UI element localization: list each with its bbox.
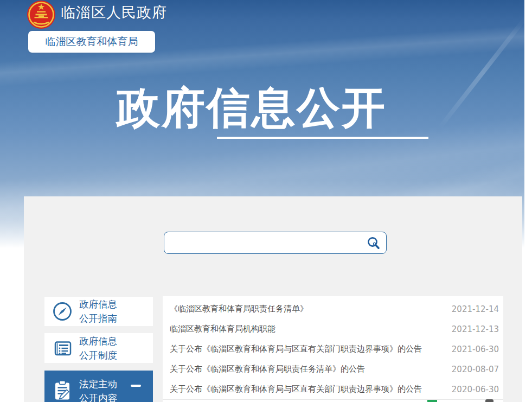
search-input[interactable] xyxy=(164,232,361,253)
sidebar-item-label: 政府信息 公开制度 xyxy=(79,334,117,362)
minus-icon[interactable] xyxy=(131,385,141,387)
footer-partial-icon-green[interactable] xyxy=(427,400,437,402)
sidebar-item-label: 政府信息 公开指南 xyxy=(79,297,117,326)
sidebar-item-gov-info-guide[interactable]: 政府信息 公开指南 xyxy=(44,297,153,326)
article-date: 2020-08-07 xyxy=(452,365,499,374)
site-name[interactable]: 临淄区人民政府 xyxy=(61,3,167,22)
footer-partial-icon-dark[interactable] xyxy=(485,399,493,402)
article-title[interactable]: 关于公布《临淄区教育和体育局与区直有关部门职责边界事项》的公告 xyxy=(170,384,422,394)
article-date: 2020-06-30 xyxy=(452,385,499,394)
article-list: 《临淄区教育和体育局职责任务清单》 2021-12-14 临淄区教育和体育局机构… xyxy=(163,296,503,402)
article-title[interactable]: 临淄区教育和体育局机构职能 xyxy=(170,324,275,334)
sidebar: 政府信息 公开指南 政府信息 公开制度 xyxy=(44,297,153,402)
banner-swoosh-decoration xyxy=(438,16,524,130)
search-button[interactable] xyxy=(361,232,386,253)
department-button[interactable]: 临淄区教育和体育局 xyxy=(28,31,155,53)
article-date: 2021-06-30 xyxy=(452,344,499,354)
page-title: 政府信息公开 xyxy=(113,79,390,138)
search-magnifier-icon xyxy=(367,236,381,250)
china-national-emblem-icon[interactable] xyxy=(26,0,56,30)
compass-icon xyxy=(52,301,73,322)
title-underline xyxy=(217,137,428,139)
list-item[interactable]: 《临淄区教育和体育局职责任务清单》 2021-12-14 xyxy=(163,299,503,319)
article-title[interactable]: 关于公布《临淄区教育和体育局与区直有关部门职责边界事项》的公告 xyxy=(170,344,422,354)
list-item[interactable]: 临淄区教育和体育局机构职能 2021-12-13 xyxy=(163,319,503,339)
article-date: 2021-12-14 xyxy=(452,304,499,314)
clipboard-pencil-icon xyxy=(52,379,73,402)
search-box xyxy=(164,232,387,254)
list-item[interactable]: 关于公布《临淄区教育和体育局职责任务清单》的公告 2020-08-07 xyxy=(163,359,503,379)
page: 临淄区人民政府 临淄区教育和体育局 政府信息公开 政府信息 公开指南 xyxy=(0,0,532,402)
sidebar-item-statutory-disclosure[interactable]: 法定主动 公开内容 xyxy=(44,371,153,402)
article-date: 2021-12-13 xyxy=(452,324,499,334)
list-item[interactable]: 关于公布《临淄区教育和体育局与区直有关部门职责边界事项》的公告 2021-06-… xyxy=(163,339,503,359)
article-title[interactable]: 关于公布《临淄区教育和体育局职责任务清单》的公告 xyxy=(170,364,365,374)
article-title[interactable]: 《临淄区教育和体育局职责任务清单》 xyxy=(170,304,308,314)
list-item[interactable]: 关于公布《临淄区教育和体育局与区直有关部门职责边界事项》的公告 2020-06-… xyxy=(163,379,503,400)
sidebar-item-gov-info-system[interactable]: 政府信息 公开制度 xyxy=(44,333,153,363)
sidebar-item-label: 法定主动 公开内容 xyxy=(79,377,117,402)
document-list-icon xyxy=(52,337,73,359)
